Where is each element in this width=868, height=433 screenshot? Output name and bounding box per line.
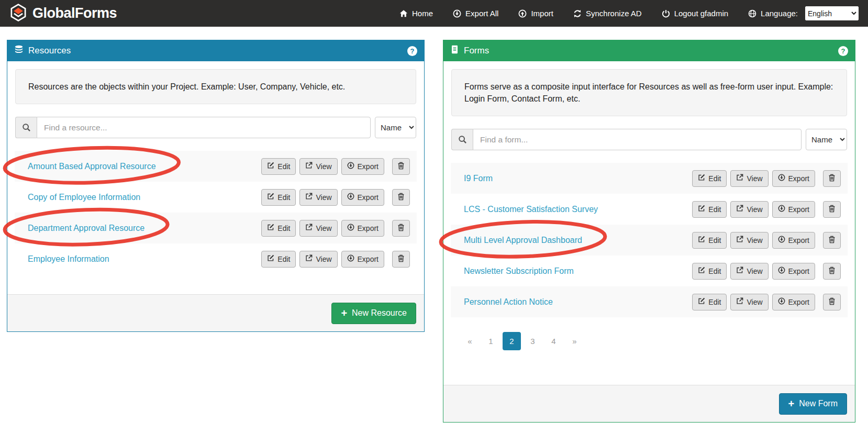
view-button[interactable]: View [730, 170, 768, 187]
trash-icon [397, 224, 405, 233]
arrow-circle-down-icon [347, 254, 354, 263]
pagination: «1234» [461, 332, 847, 350]
home-icon [399, 9, 408, 18]
item-link[interactable]: Newsletter Subscription Form [464, 267, 574, 276]
help-icon[interactable]: ? [407, 46, 417, 56]
export-button[interactable]: Export [772, 201, 815, 218]
nav-home[interactable]: Home [399, 9, 433, 18]
delete-button[interactable] [823, 201, 841, 218]
delete-button[interactable] [392, 158, 410, 175]
arrow-circle-down-icon [778, 205, 785, 214]
export-button[interactable]: Export [772, 170, 815, 187]
nav-import[interactable]: Import [518, 9, 553, 18]
forms-panel-header: Forms ? [443, 40, 855, 61]
edit-button[interactable]: Edit [261, 158, 296, 175]
pagination-item[interactable]: 4 [544, 332, 563, 350]
item-link[interactable]: Amount Based Approval Resource [28, 162, 156, 171]
external-link-icon [736, 297, 743, 306]
delete-button[interactable] [823, 170, 841, 187]
resources-panel: Resources ? Resources are the objects wi… [7, 40, 425, 332]
edit-button[interactable]: Edit [692, 294, 727, 310]
nav-synchronize-ad[interactable]: Synchronize AD [573, 9, 642, 18]
export-button[interactable]: Export [772, 232, 815, 249]
edit-icon [267, 224, 274, 232]
list-item: Employee Information Edit [15, 243, 417, 274]
row-actions: Edit View [692, 170, 841, 187]
item-link[interactable]: Multi Level Approval Dashboard [464, 236, 582, 245]
document-icon [450, 45, 459, 57]
delete-button[interactable] [392, 220, 410, 237]
new-resource-button[interactable]: + New Resource [331, 303, 416, 324]
globe-icon [748, 9, 756, 18]
delete-button[interactable] [823, 263, 841, 280]
external-link-icon [305, 193, 313, 202]
arrow-circle-down-icon [778, 267, 785, 275]
delete-button[interactable] [392, 189, 410, 206]
edit-button[interactable]: Edit [261, 251, 296, 268]
pagination-item[interactable]: 3 [524, 332, 542, 350]
item-link[interactable]: Employee Information [28, 254, 109, 264]
export-button[interactable]: Export [341, 158, 384, 175]
delete-button[interactable] [823, 232, 841, 249]
edit-button[interactable]: Edit [692, 201, 727, 218]
view-button[interactable]: View [730, 294, 768, 310]
item-link[interactable]: LCS - Customer Satisfaction Survey [464, 205, 598, 214]
power-icon [662, 9, 670, 18]
resource-search-input[interactable] [37, 117, 371, 138]
item-link[interactable]: Department Approval Resource [28, 224, 144, 233]
brand[interactable]: GlobalForms [9, 4, 117, 24]
nav-export-all[interactable]: Export All [453, 9, 498, 18]
delete-button[interactable] [823, 294, 841, 310]
view-button[interactable]: View [730, 232, 768, 249]
plus-icon: + [788, 398, 795, 409]
delete-button[interactable] [392, 251, 410, 268]
view-button[interactable]: View [299, 251, 337, 268]
view-button[interactable]: View [730, 201, 768, 218]
resources-search-row: Name [15, 117, 416, 138]
help-icon[interactable]: ? [838, 46, 848, 56]
item-link[interactable]: Copy of Employee Information [28, 193, 140, 202]
row-actions: Edit View [261, 220, 410, 237]
row-actions: Edit View [692, 232, 841, 249]
edit-icon [698, 174, 705, 183]
form-sort-select[interactable]: Name [806, 129, 847, 150]
export-button[interactable]: Export [772, 263, 815, 280]
edit-button[interactable]: Edit [692, 170, 727, 187]
view-button[interactable]: View [299, 189, 337, 206]
form-search-input[interactable] [473, 129, 802, 150]
edit-icon [698, 236, 705, 245]
export-button[interactable]: Export [341, 251, 384, 268]
pagination-item[interactable]: « [461, 332, 479, 350]
edit-button[interactable]: Edit [261, 189, 296, 206]
list-item: Personnel Action Notice Edit [451, 286, 848, 317]
external-link-icon [736, 236, 743, 245]
resources-panel-footer: + New Resource [7, 294, 424, 331]
resource-sort-select[interactable]: Name [375, 117, 416, 138]
top-navbar: GlobalForms Home Export All [0, 0, 868, 27]
nav-logout[interactable]: Logout gfadmin [662, 9, 728, 18]
forms-list: I9 Form Edit [451, 163, 848, 317]
arrow-circle-down-icon [778, 174, 785, 183]
search-icon [451, 129, 473, 150]
resources-panel-title: Resources [28, 46, 71, 56]
item-link[interactable]: Personnel Action Notice [464, 297, 553, 307]
edit-button[interactable]: Edit [261, 220, 296, 237]
view-button[interactable]: View [299, 220, 337, 237]
language-select[interactable]: English [805, 6, 859, 20]
list-item: Amount Based Approval Resource Edit [15, 151, 417, 182]
edit-icon [698, 205, 705, 214]
export-button[interactable]: Export [341, 220, 384, 237]
row-actions: Edit View [261, 251, 410, 268]
view-button[interactable]: View [299, 158, 337, 175]
item-link[interactable]: I9 Form [464, 174, 493, 183]
pagination-item[interactable]: 2 [503, 332, 521, 350]
export-button[interactable]: Export [341, 189, 384, 206]
edit-button[interactable]: Edit [692, 232, 727, 249]
view-button[interactable]: View [730, 263, 768, 280]
pagination-item[interactable]: » [565, 332, 584, 350]
new-form-button[interactable]: + New Form [779, 393, 847, 415]
export-button[interactable]: Export [772, 294, 815, 310]
external-link-icon [305, 224, 313, 232]
edit-button[interactable]: Edit [692, 263, 727, 280]
pagination-item[interactable]: 1 [482, 332, 500, 350]
